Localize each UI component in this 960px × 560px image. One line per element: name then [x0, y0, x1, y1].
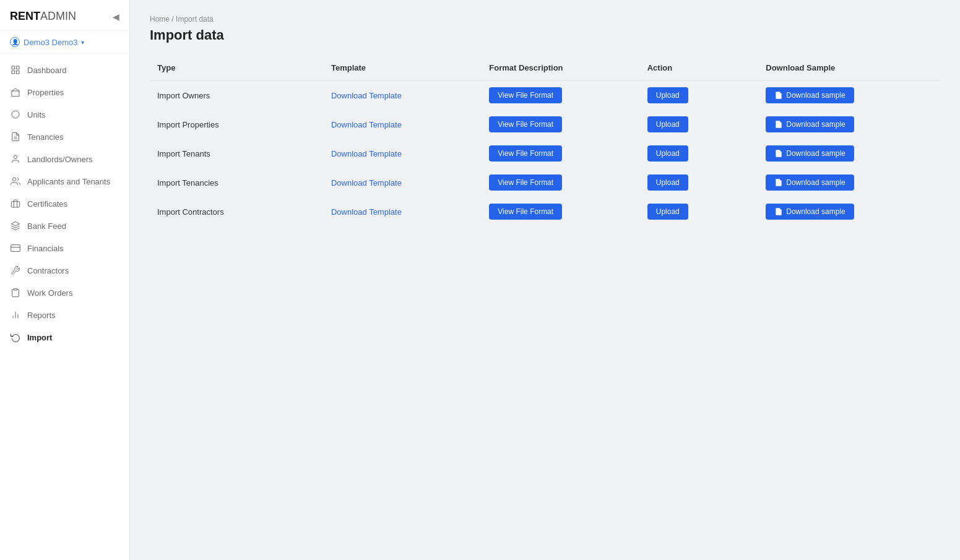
view-file-format-button[interactable]: View File Format — [489, 87, 562, 103]
sidebar-item-label: Dashboard — [27, 66, 67, 75]
row-action: Upload — [640, 139, 759, 168]
download-template-button[interactable]: Download Template — [331, 120, 402, 129]
view-file-format-button[interactable]: View File Format — [489, 116, 562, 132]
row-action: Upload — [640, 80, 759, 110]
row-template: Download Template — [324, 168, 482, 197]
page-title: Import data — [150, 27, 940, 43]
sidebar-item-label: Import — [27, 333, 52, 342]
row-format: View File Format — [482, 110, 639, 139]
upload-button[interactable]: Upload — [647, 87, 688, 103]
sidebar-item-label: Applicants and Tenants — [27, 177, 110, 186]
row-template: Download Template — [324, 139, 482, 168]
sidebar-item-label: Tenancies — [27, 132, 64, 142]
download-sample-button[interactable]: Download sample — [766, 87, 854, 103]
sidebar-item-financials[interactable]: Financials — [0, 237, 129, 259]
sidebar-item-label: Work Orders — [27, 288, 72, 298]
import-table: Type Template Format Description Action … — [150, 58, 940, 226]
table-row: Import Contractors Download Template Vie… — [150, 197, 940, 226]
row-format: View File Format — [482, 80, 639, 110]
upload-button[interactable]: Upload — [647, 204, 688, 220]
credit-card-icon — [10, 243, 21, 254]
sidebar-item-dashboard[interactable]: Dashboard — [0, 59, 129, 81]
download-template-button[interactable]: Download Template — [331, 149, 402, 158]
sidebar-item-landlords[interactable]: Landlords/Owners — [0, 148, 129, 170]
sidebar-item-units[interactable]: Units — [0, 103, 129, 126]
col-header-template: Template — [324, 58, 482, 80]
briefcase-icon — [10, 198, 21, 209]
sidebar-logo: RENTADMIN ◀ — [0, 0, 129, 31]
row-type: Import Contractors — [150, 197, 324, 226]
row-template: Download Template — [324, 80, 482, 110]
sidebar-item-import[interactable]: Import — [0, 326, 129, 348]
chevron-down-icon: ▾ — [81, 39, 84, 46]
clipboard-icon — [10, 287, 21, 298]
view-file-format-button[interactable]: View File Format — [489, 204, 562, 220]
svg-point-9 — [12, 178, 15, 181]
download-sample-button[interactable]: Download sample — [766, 174, 854, 191]
table-row: Import Properties Download Template View… — [150, 110, 940, 139]
layers-icon — [10, 220, 21, 231]
row-action: Upload — [640, 168, 759, 197]
grid-icon — [10, 64, 21, 75]
download-template-button[interactable]: Download Template — [331, 207, 402, 217]
sidebar-item-bankfeed[interactable]: Bank Feed — [0, 215, 129, 237]
sidebar-item-label: Landlords/Owners — [27, 155, 93, 164]
breadcrumb-current: Import data — [176, 15, 214, 24]
sidebar-item-properties[interactable]: Properties — [0, 81, 129, 103]
users-icon — [10, 176, 21, 187]
row-template: Download Template — [324, 197, 482, 226]
sidebar-item-label: Properties — [27, 88, 64, 97]
row-format: View File Format — [482, 139, 639, 168]
breadcrumb: Home / Import data — [150, 15, 940, 24]
row-download: Download sample — [758, 110, 940, 139]
table-row: Import Tenants Download Template View Fi… — [150, 139, 940, 168]
sidebar-item-contractors[interactable]: Contractors — [0, 259, 129, 282]
sidebar-item-certificates[interactable]: Certificates — [0, 192, 129, 215]
sidebar-item-workorders[interactable]: Work Orders — [0, 282, 129, 304]
view-file-format-button[interactable]: View File Format — [489, 145, 562, 162]
table-row: Import Owners Download Template View Fil… — [150, 80, 940, 110]
app-logo: RENTADMIN — [10, 10, 76, 23]
download-template-button[interactable]: Download Template — [331, 178, 402, 187]
user-icon: 👤 — [10, 37, 20, 47]
row-template: Download Template — [324, 110, 482, 139]
col-header-download: Download Sample — [758, 58, 940, 80]
row-type: Import Tenancies — [150, 168, 324, 197]
col-header-format: Format Description — [482, 58, 639, 80]
row-type: Import Owners — [150, 80, 324, 110]
row-action: Upload — [640, 110, 759, 139]
sidebar-item-label: Bank Feed — [27, 222, 66, 231]
sidebar-item-tenancies[interactable]: Tenancies — [0, 126, 129, 148]
sidebar-item-reports[interactable]: Reports — [0, 304, 129, 326]
row-download: Download sample — [758, 168, 940, 197]
tool-icon — [10, 265, 21, 276]
row-download: Download sample — [758, 80, 940, 110]
sidebar-item-applicants[interactable]: Applicants and Tenants — [0, 170, 129, 192]
svg-point-8 — [14, 155, 17, 158]
main-content: Home / Import data Import data Type Temp… — [130, 0, 960, 560]
svg-point-5 — [12, 111, 19, 118]
user-menu[interactable]: 👤 Demo3 Demo3 ▾ — [0, 31, 129, 54]
download-sample-button[interactable]: Download sample — [766, 145, 854, 162]
download-sample-button[interactable]: Download sample — [766, 116, 854, 132]
svg-rect-14 — [14, 288, 17, 290]
upload-button[interactable]: Upload — [647, 145, 688, 162]
sidebar-collapse-button[interactable]: ◀ — [113, 12, 119, 22]
download-template-button[interactable]: Download Template — [331, 91, 402, 100]
row-download: Download sample — [758, 139, 940, 168]
units-icon — [10, 109, 21, 120]
svg-marker-11 — [11, 222, 19, 226]
svg-rect-10 — [11, 202, 19, 207]
breadcrumb-home: Home — [150, 15, 170, 24]
file-text-icon — [10, 131, 21, 142]
row-action: Upload — [640, 197, 759, 226]
row-download: Download sample — [758, 197, 940, 226]
view-file-format-button[interactable]: View File Format — [489, 174, 562, 191]
upload-button[interactable]: Upload — [647, 174, 688, 191]
sidebar-item-label: Units — [27, 110, 46, 119]
breadcrumb-separator: / — [171, 15, 173, 24]
row-format: View File Format — [482, 168, 639, 197]
upload-button[interactable]: Upload — [647, 116, 688, 132]
download-sample-button[interactable]: Download sample — [766, 204, 854, 220]
svg-rect-2 — [12, 71, 15, 74]
